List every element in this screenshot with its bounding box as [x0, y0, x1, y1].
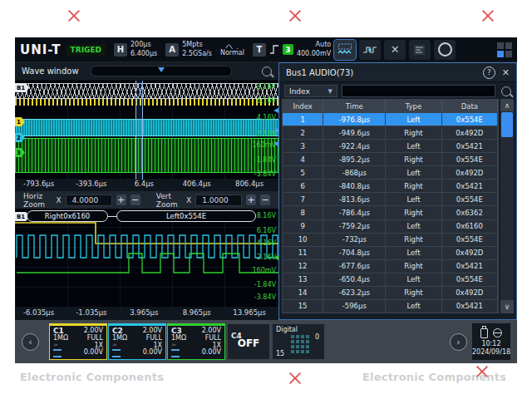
table-cell: 0x6362	[442, 206, 498, 219]
channel-card-c3[interactable]: C32.00V1MΩFULL≈1X0.00V	[167, 323, 225, 360]
previous-page-button[interactable]: ‹	[22, 333, 39, 351]
close-icon[interactable]: ✕	[502, 67, 510, 78]
wave-window-title: Wave window	[22, 66, 79, 76]
search-input[interactable]	[342, 85, 495, 97]
table-cell: 8	[283, 206, 323, 219]
channel-coupling-icon: ≈	[112, 342, 117, 349]
table-scrollbar[interactable]: ∧ ∨	[500, 99, 514, 313]
time-label: 3.965µs	[130, 308, 158, 317]
bus-table-row[interactable]: 4-895.2µsRight0x554E	[283, 152, 498, 165]
channel3-compressed-trace	[15, 138, 278, 173]
dc-coupling-icon	[53, 349, 62, 357]
trigger-status-badge: TRIGED	[66, 44, 106, 56]
vert-zoom-decrease-button[interactable]: −	[260, 195, 270, 205]
bus-table-row[interactable]: 13-650.4µsLeft0x554E	[283, 273, 498, 286]
top-toolbar: UNI-T TRIGED H 200µs 6.400µs A 5Mpts 2.5…	[15, 37, 517, 62]
broken-image-icon	[68, 10, 80, 22]
channel-card-c4[interactable]: C4 OFF	[227, 323, 270, 360]
channel1-trace	[15, 223, 278, 244]
report-list-button[interactable]	[409, 40, 431, 60]
zoom-window-button[interactable]	[334, 40, 356, 60]
vert-zoom-x: X	[186, 196, 191, 204]
horiz-zoom-label: Horiz Zoom	[23, 192, 52, 209]
bus-decode-bubble[interactable]: Left0x554E	[116, 210, 256, 222]
bus-decode-bubble[interactable]: Right0x6160	[27, 210, 108, 222]
table-cell: Left	[386, 220, 441, 233]
horizontal-settings[interactable]: H 200µs 6.400µs	[114, 41, 157, 58]
acquire-mode-label: Normal	[220, 49, 244, 57]
help-icon[interactable]: ?	[483, 66, 495, 79]
volt-label: 2.16V	[257, 254, 276, 261]
table-cell: 0x492D	[442, 287, 498, 299]
volt-label: -1.84V	[254, 156, 276, 164]
time-label: -1.035µs	[76, 308, 106, 317]
bus-table-row[interactable]: 5-868µsLeft0x492D	[283, 165, 498, 179]
bus-table-row[interactable]: 2-949.6µsRight0x492D	[283, 126, 498, 139]
filter-dropdown[interactable]: Index ▼	[284, 85, 337, 97]
table-cell: -732µs	[323, 234, 386, 246]
table-cell: 15	[283, 300, 323, 313]
search-icon[interactable]	[501, 86, 511, 96]
table-cell: -596µs	[323, 300, 386, 313]
bus-table-row[interactable]: 6-840.8µsRight0x5421	[283, 179, 498, 192]
vert-zoom-value[interactable]: 1.0000	[195, 195, 242, 206]
bus-table-row[interactable]: 10-732µsRight0x554E	[283, 233, 498, 246]
wave-position-slider[interactable]	[91, 66, 232, 76]
wave-window-header: Wave window	[15, 62, 278, 81]
zoom-pane[interactable]: B1 Right0x6160 Left0x554E 8.16V6.16V4.16…	[15, 209, 278, 308]
table-cell: -922.4µs	[323, 140, 386, 152]
scroll-up-button[interactable]: ∧	[500, 99, 514, 111]
zoom-region-marker[interactable]	[135, 81, 143, 180]
table-cell: 0x5421	[442, 300, 498, 313]
acquire-settings[interactable]: A 5Mpts 2.5GSa/s Normal	[165, 41, 244, 58]
horiz-zoom-increase-button[interactable]: +	[116, 195, 126, 205]
bus-table-row[interactable]: 3-922.4µsLeft0x5421	[283, 139, 498, 152]
display-grid-button[interactable]	[497, 42, 512, 57]
bus-table-row[interactable]: 12-677.6µsRight0x5421	[283, 259, 498, 273]
table-cell: 0x492D	[442, 247, 498, 259]
column-header: Time	[323, 100, 386, 112]
time-label: 8.965µs	[183, 308, 211, 317]
table-cell: -813.6µs	[323, 193, 386, 205]
bus-table-row[interactable]: 8-786.4µsRight0x6362	[283, 205, 498, 219]
scroll-down-button[interactable]: ∨	[500, 300, 514, 313]
table-cell: -650.4µs	[323, 273, 386, 286]
expand-button[interactable]: ✕	[384, 40, 406, 60]
vert-zoom-increase-button[interactable]: +	[246, 195, 256, 205]
digital-card[interactable]: Digital 0 15	[272, 323, 325, 360]
horiz-zoom-value[interactable]: 4.0000	[66, 195, 112, 206]
channel-card-c2[interactable]: C22.00V1MΩFULL≈1X0.00V	[108, 323, 166, 360]
bus-table-row[interactable]: 15-596µsLeft0x5421	[283, 299, 498, 313]
bus-panel-titlebar: Bus1 AUDIO(73) ? ✕	[279, 63, 516, 82]
time-label: 806.4µs	[235, 180, 264, 188]
system-date: 2024/09/18	[472, 348, 510, 356]
channel-offset: 0.00V	[202, 349, 221, 357]
column-header: Data	[442, 100, 498, 112]
channel-card-c1[interactable]: C12.00V1MΩFULL≈1X0.00V	[49, 323, 107, 360]
next-page-button[interactable]: ›	[450, 333, 467, 351]
bus-table-row[interactable]: 7-813.6µsLeft0x554E	[283, 192, 498, 205]
overview-time-axis: -793.6µs-393.6µs6.4µs406.4µs806.4µs	[15, 180, 278, 191]
horiz-zoom-decrease-button[interactable]: −	[131, 195, 140, 205]
waveform-cursor-button[interactable]	[359, 40, 381, 60]
table-cell: -677.6µs	[323, 260, 386, 273]
bus-table-row[interactable]: 11-704.8µsLeft0x492D	[283, 246, 498, 259]
table-cell: 11	[283, 247, 323, 259]
system-info-box[interactable]: 10:12 2024/09/18	[472, 323, 510, 360]
overview-pane[interactable]: B1 1 2 3 8.16V6.16V4.16V2.16V160mV-1.84V…	[15, 81, 278, 180]
slider-thumb-icon[interactable]	[158, 67, 165, 72]
circle-tool-button[interactable]	[434, 40, 456, 60]
table-cell: 5	[283, 166, 323, 179]
scrollbar-track[interactable]	[500, 111, 514, 300]
digital-channel-grid-icon	[291, 335, 309, 353]
bus-table-row[interactable]: 14-623.2µsRight0x492D	[283, 286, 498, 299]
table-cell: 14	[283, 287, 323, 299]
scrollbar-thumb[interactable]	[501, 112, 513, 137]
bus-table-row[interactable]: 9-759.2µsLeft0x6160	[283, 219, 498, 233]
filter-dropdown-value: Index	[289, 87, 310, 96]
trigger-settings[interactable]: T 3 Auto 400.00mV	[253, 41, 331, 58]
search-icon[interactable]	[262, 66, 272, 76]
h-timebase: 200µs	[131, 41, 151, 48]
table-cell: 0x5421	[442, 140, 498, 152]
bus-table-row[interactable]: 1-976.8µsLeft0x554E	[283, 112, 498, 126]
